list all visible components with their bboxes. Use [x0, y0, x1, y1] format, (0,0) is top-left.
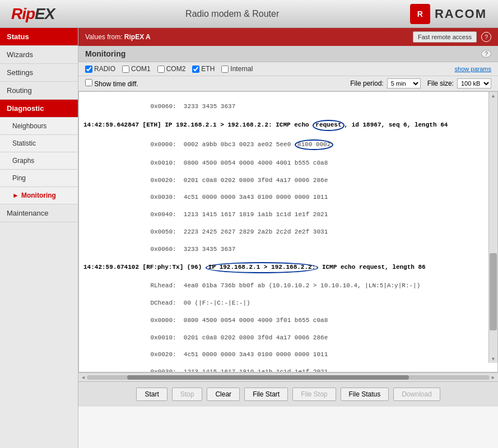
arrow-icon: ►: [12, 192, 19, 199]
source-label: Values from: RipEX A: [85, 33, 151, 41]
sidebar-item-neighbours[interactable]: Neighbours: [0, 118, 78, 135]
stop-button[interactable]: Stop: [172, 388, 203, 401]
scroll-thumb-v[interactable]: [490, 253, 497, 330]
controls-right: show params: [455, 66, 491, 72]
main-content: Values from: RipEX A Fast remote access …: [78, 28, 498, 448]
log-line: DChead: 00 (|F:-|C:-|E:-|): [83, 299, 493, 307]
scroll-track-v[interactable]: [489, 99, 497, 356]
log-line: 0x0000: 0002 a9bb 0bc3 0023 ae02 5ee0 81…: [83, 139, 493, 150]
sidebar-item-statistic[interactable]: Statistic: [0, 135, 78, 152]
file-size-select[interactable]: 100 kB 50 kB 200 kB 500 kB: [457, 78, 491, 88]
log-line: 14:42:59.674102 [RF:phy:Tx] (96) IP 192.…: [83, 262, 493, 273]
monitoring-help[interactable]: ?: [481, 50, 491, 58]
log-wrapper: 0x0060: 3233 3435 3637 14:42:59.642847 […: [78, 91, 498, 372]
time-diff-left: Show time diff.: [85, 79, 138, 88]
top-bar: Values from: RipEX A Fast remote access …: [78, 28, 498, 46]
sidebar-item-diagnostic[interactable]: Diagnostic: [0, 100, 78, 118]
sidebar: Status Wizards Settings Routing Diagnost…: [0, 28, 78, 448]
log-line: 14:42:59.642847 [ETH] IP 192.168.2.1 > 1…: [83, 120, 493, 130]
log-line: 0x0010: 0800 4500 0054 0000 4000 4001 b5…: [83, 159, 493, 167]
radio-checkbox-label[interactable]: RADIO: [85, 65, 115, 73]
controls-bar: RADIO COM1 COM2 ETH Internal show params: [78, 62, 498, 76]
sidebar-item-status[interactable]: Status: [0, 28, 78, 46]
sidebar-item-routing[interactable]: Routing: [0, 82, 78, 100]
ripex-logo: RipEX: [11, 5, 54, 23]
log-line: 0x0060: 3233 3435 3637: [83, 102, 493, 111]
monitoring-header: Monitoring ?: [78, 46, 498, 62]
sidebar-item-monitoring[interactable]: ►Monitoring: [0, 187, 78, 204]
sidebar-item-graphs[interactable]: Graphs: [0, 152, 78, 170]
app-header: RipEX Radio modem & Router R RACOM: [0, 0, 498, 28]
scroll-left-arrow[interactable]: ◄: [81, 375, 86, 380]
time-diff-bar: Show time diff. File period: 5 min 1 min…: [78, 76, 498, 91]
log-line: 0x0040: 1213 1415 1617 1819 1a1b 1c1d 1e…: [83, 211, 493, 219]
com2-checkbox-label[interactable]: COM2: [157, 65, 186, 73]
download-button[interactable]: Download: [393, 388, 440, 401]
file-status-button[interactable]: File Status: [341, 388, 389, 401]
scroll-down-arrow[interactable]: ▼: [491, 356, 496, 362]
log-line: 0x0020: 0201 c0a8 0202 0800 3f0d 4a17 00…: [83, 176, 493, 185]
scroll-track-h[interactable]: [87, 375, 490, 380]
log-line: 0x0030: 4c51 0000 0000 3a43 0100 0000 00…: [83, 193, 493, 202]
log-line: 0x0060: 3233 3435 3637: [83, 245, 493, 254]
file-period-select[interactable]: 5 min 1 min 10 min 30 min 1 hour: [387, 78, 421, 88]
show-time-diff-label[interactable]: Show time diff.: [85, 79, 138, 88]
file-size-control: File size: 100 kB 50 kB 200 kB 500 kB: [427, 78, 491, 88]
com1-checkbox[interactable]: [122, 66, 129, 73]
scroll-thumb-h[interactable]: [127, 375, 409, 380]
eth-checkbox[interactable]: [192, 66, 199, 73]
time-diff-right: File period: 5 min 1 min 10 min 30 min 1…: [350, 78, 491, 88]
racom-icon: R: [410, 4, 430, 24]
log-line: 0x0020: 4c51 0000 0000 3a43 0100 0000 00…: [83, 351, 493, 359]
sidebar-item-settings[interactable]: Settings: [0, 64, 78, 82]
log-line: 0x0010: 0201 c0a8 0202 0800 3f0d 4a17 00…: [83, 334, 493, 342]
log-line: 0x0030: 1213 1415 1617 1819 1a1b 1c1d 1e…: [83, 368, 493, 372]
horizontal-scrollbar[interactable]: ◄ ►: [78, 372, 498, 381]
main-layout: Status Wizards Settings Routing Diagnost…: [0, 28, 498, 448]
log-line: 0x0000: 0800 4500 0054 0000 4000 3f01 b6…: [83, 316, 493, 325]
internal-checkbox-label[interactable]: Internal: [221, 65, 253, 73]
com1-checkbox-label[interactable]: COM1: [122, 65, 151, 73]
scroll-right-arrow[interactable]: ►: [491, 375, 496, 380]
circled-ip-range-1: IP 192.168.2.1 > 192.168.2.2:: [206, 262, 318, 273]
help-button[interactable]: ?: [481, 32, 491, 42]
circled-request: request: [313, 120, 344, 130]
file-period-control: File period: 5 min 1 min 10 min 30 min 1…: [350, 78, 420, 88]
app-title: Radio modem & Router: [185, 9, 279, 19]
monitoring-title: Monitoring: [85, 49, 125, 58]
clear-button[interactable]: Clear: [207, 388, 240, 401]
radio-checkbox[interactable]: [85, 66, 92, 73]
file-start-button[interactable]: File Start: [244, 388, 288, 401]
sidebar-item-maintenance[interactable]: Maintenance: [0, 204, 78, 222]
scroll-up-arrow[interactable]: ▲: [491, 93, 496, 99]
racom-text: RACOM: [435, 7, 487, 21]
log-line: RLhead: 4ea0 01ba 736b bb0f ab (10.10.10…: [83, 282, 493, 290]
sidebar-item-wizards[interactable]: Wizards: [0, 46, 78, 64]
bottom-bar: Start Stop Clear File Start File Stop Fi…: [78, 381, 498, 407]
vertical-scrollbar[interactable]: ▲ ▼: [488, 92, 497, 363]
file-stop-button[interactable]: File Stop: [292, 388, 336, 401]
sidebar-item-ping[interactable]: Ping: [0, 170, 78, 187]
circled-8100-0002-1: 8100 0002: [295, 139, 333, 150]
eth-checkbox-label[interactable]: ETH: [192, 65, 215, 73]
racom-logo: R RACOM: [410, 4, 487, 24]
com2-checkbox[interactable]: [157, 66, 165, 73]
top-bar-right: Fast remote access ?: [413, 31, 491, 43]
show-time-diff-checkbox[interactable]: [85, 79, 92, 86]
fast-access-button[interactable]: Fast remote access: [413, 31, 477, 43]
start-button[interactable]: Start: [136, 388, 167, 401]
internal-checkbox[interactable]: [221, 66, 229, 73]
log-line: 0x0050: 2223 2425 2627 2829 2a2b 2c2d 2e…: [83, 228, 493, 236]
log-content[interactable]: 0x0060: 3233 3435 3637 14:42:59.642847 […: [79, 92, 497, 372]
show-params-link[interactable]: show params: [455, 66, 491, 72]
